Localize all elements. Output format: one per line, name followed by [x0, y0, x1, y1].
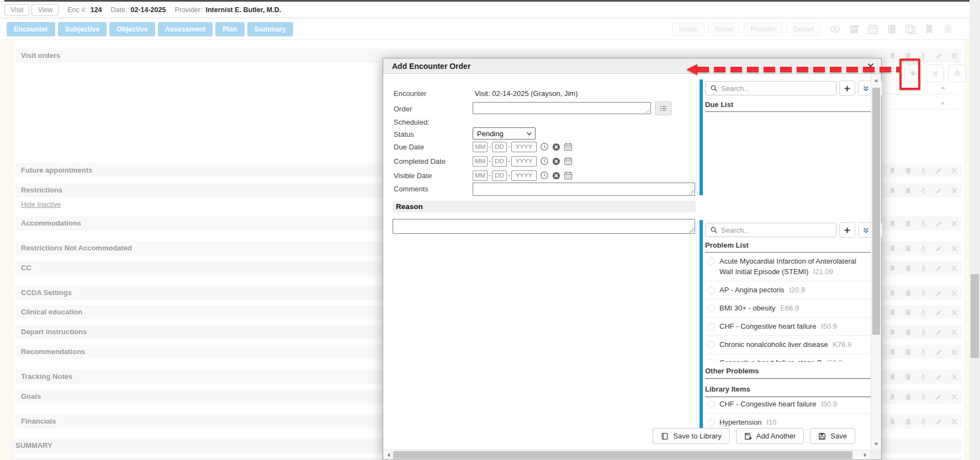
scroll-top-marker-icon[interactable] [940, 84, 946, 91]
pencil-icon[interactable] [931, 164, 946, 176]
clear-date-icon[interactable] [552, 172, 560, 180]
nav-tab[interactable]: Plan [215, 22, 244, 36]
book-icon[interactable] [900, 184, 915, 196]
copy-icon[interactable] [903, 23, 918, 35]
bookmark-icon[interactable] [884, 287, 900, 299]
clock-icon[interactable] [540, 171, 549, 180]
phase-tab[interactable]: Depart [786, 23, 820, 36]
x-icon[interactable] [946, 346, 962, 358]
pencil-icon[interactable] [931, 306, 946, 318]
year-input[interactable]: YYYY [511, 156, 537, 167]
x-icon[interactable] [946, 164, 962, 176]
phase-tab[interactable]: Intake [672, 23, 704, 36]
dialog-horizontal-scrollbar[interactable] [383, 450, 871, 459]
mic-icon[interactable] [915, 326, 931, 338]
book-icon[interactable] [900, 326, 915, 338]
save-button[interactable]: Save [810, 428, 855, 444]
archive-icon[interactable] [846, 23, 862, 35]
pencil-icon[interactable] [931, 415, 946, 427]
radio-icon[interactable] [707, 341, 715, 349]
mic-icon[interactable] [915, 391, 931, 403]
bookmark-icon[interactable] [884, 217, 900, 229]
pencil-icon[interactable] [931, 217, 946, 229]
add-reason-button[interactable] [839, 222, 855, 238]
nav-tab[interactable]: Assessment [158, 22, 213, 36]
bookmark-icon[interactable] [884, 306, 900, 318]
book-icon[interactable] [900, 391, 915, 403]
add-order-item-button[interactable] [839, 81, 855, 96]
year-input[interactable]: YYYY [511, 170, 537, 181]
day-input[interactable]: DD [492, 156, 507, 167]
mic-icon[interactable] [915, 306, 931, 318]
scroll-right-icon[interactable] [862, 452, 868, 458]
x-icon[interactable] [946, 262, 962, 274]
scroll-top-marker-icon[interactable] [940, 100, 946, 106]
mic-icon[interactable] [915, 415, 931, 427]
mic-icon[interactable] [915, 164, 931, 176]
browser-scrollbar[interactable] [970, 0, 980, 460]
problem-list-item[interactable]: Congestive heart failure stage C I50.9 [705, 354, 872, 362]
reason-input[interactable] [393, 219, 695, 234]
browser-scroll-thumb[interactable] [971, 274, 979, 358]
problem-list-item[interactable]: Chronic nonalcoholic liver disease K76.9 [705, 336, 872, 354]
nav-tab[interactable]: Subjective [58, 22, 107, 36]
calendar-icon[interactable] [564, 171, 573, 180]
phase-tab[interactable]: Nurse [708, 23, 740, 36]
scroll-left-icon[interactable] [385, 452, 392, 458]
clock-icon[interactable] [540, 142, 549, 151]
comments-input[interactable] [473, 183, 695, 196]
x-icon[interactable] [946, 184, 962, 196]
radio-icon[interactable] [707, 419, 715, 426]
mic-icon[interactable] [915, 371, 931, 383]
eye-icon[interactable] [828, 23, 843, 35]
library-list-item[interactable]: CHF - Congestive heart failure I50.9 [705, 395, 872, 414]
radio-icon[interactable] [707, 258, 715, 265]
calendar-icon[interactable] [865, 23, 881, 35]
pencil-icon[interactable] [931, 326, 946, 338]
nav-tab[interactable]: Encounter [7, 22, 55, 36]
bookmark-icon[interactable] [884, 391, 900, 403]
x-icon[interactable] [946, 391, 962, 403]
view-button[interactable]: View [31, 4, 59, 16]
radio-icon[interactable] [707, 323, 715, 330]
month-input[interactable]: MM [473, 170, 488, 181]
visit-button[interactable]: Visit [4, 4, 29, 16]
reason-search-input[interactable]: Search... [705, 223, 836, 237]
x-icon[interactable] [946, 217, 962, 229]
mic-icon[interactable] [915, 287, 931, 299]
bookmark-icon[interactable] [884, 371, 900, 383]
save-to-library-button[interactable]: Save to Library [653, 428, 729, 444]
status-select[interactable]: Pending [473, 127, 536, 140]
problem-list-item[interactable]: BMI 30+ - obesity E66.9 [705, 299, 872, 318]
bookmark-icon[interactable] [884, 184, 900, 196]
book-icon[interactable] [900, 371, 915, 383]
pencil-icon[interactable] [931, 50, 946, 62]
x-icon[interactable] [946, 50, 962, 62]
clear-date-icon[interactable] [552, 157, 560, 165]
book-icon[interactable] [900, 217, 915, 229]
add-another-button[interactable]: Add Another [736, 428, 804, 444]
book-icon[interactable] [884, 23, 899, 35]
x-icon[interactable] [946, 242, 962, 254]
pencil-icon[interactable] [931, 287, 946, 299]
scroll-down-icon[interactable] [873, 441, 880, 447]
pencil-icon[interactable] [931, 242, 946, 254]
phase-tab[interactable]: Provider [744, 23, 783, 36]
x-icon[interactable] [946, 371, 962, 383]
nav-tab[interactable]: Objective [109, 22, 155, 36]
pencil-icon[interactable] [931, 371, 946, 383]
mic-icon[interactable] [915, 262, 931, 274]
horizontal-scroll-thumb[interactable] [393, 451, 852, 459]
bookmark-icon[interactable] [884, 164, 900, 176]
day-input[interactable]: DD [492, 170, 507, 181]
book-icon[interactable] [900, 415, 915, 427]
year-input[interactable]: YYYY [511, 142, 537, 152]
pencil-icon[interactable] [931, 262, 946, 274]
gear-icon[interactable] [940, 23, 956, 35]
order-list-button[interactable] [655, 101, 671, 115]
scroll-up-icon[interactable] [873, 77, 880, 84]
month-input[interactable]: MM [473, 156, 488, 167]
bookmark-icon[interactable] [884, 415, 900, 427]
x-icon[interactable] [946, 415, 962, 427]
order-search-input[interactable]: Search... [705, 81, 836, 95]
